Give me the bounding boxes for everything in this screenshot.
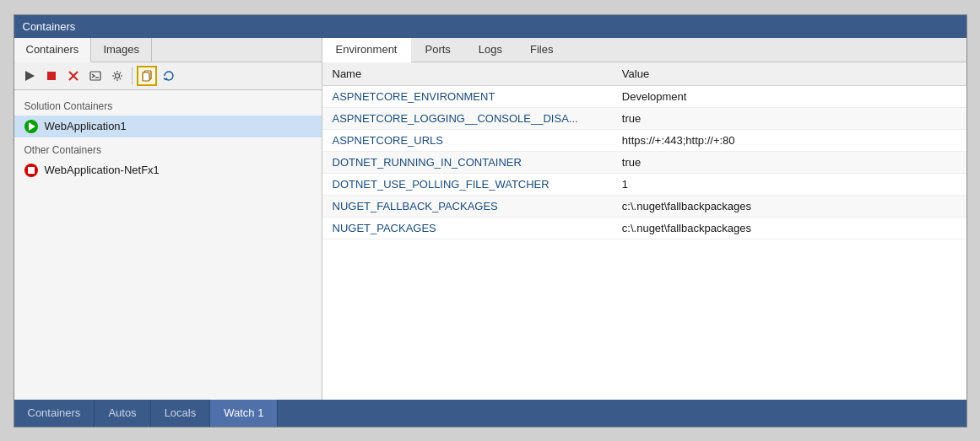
- env-var-value: 1: [612, 173, 966, 195]
- svg-marker-0: [25, 71, 35, 81]
- other-containers-header: Other Containers: [14, 137, 322, 159]
- env-var-name: DOTNET_USE_POLLING_FILE_WATCHER: [322, 173, 612, 195]
- solution-containers-header: Solution Containers: [14, 94, 322, 116]
- right-panel: Environment Ports Logs Files Name: [322, 38, 966, 400]
- container-name-netfx: WebApplication-NetFx1: [45, 164, 160, 176]
- main-window: Containers Containers Images: [14, 14, 967, 428]
- status-icon-stopped: [24, 164, 38, 177]
- table-row[interactable]: DOTNET_RUNNING_IN_CONTAINERtrue: [322, 151, 966, 173]
- container-name: WebApplication1: [45, 120, 127, 132]
- env-var-name: ASPNETCORE_URLS: [322, 129, 612, 151]
- table-row[interactable]: NUGET_FALLBACK_PACKAGESc:\.nuget\fallbac…: [322, 195, 966, 217]
- start-button[interactable]: [19, 66, 40, 86]
- toolbar-separator: [132, 67, 133, 84]
- column-header-name: Name: [322, 62, 612, 86]
- tab-files[interactable]: Files: [517, 38, 567, 62]
- right-tabs: Environment Ports Logs Files: [322, 38, 966, 62]
- env-var-name: NUGET_FALLBACK_PACKAGES: [322, 195, 612, 217]
- refresh-button[interactable]: [159, 66, 179, 86]
- env-var-name: DOTNET_RUNNING_IN_CONTAINER: [322, 151, 612, 173]
- env-var-value: Development: [612, 85, 966, 107]
- terminal-button[interactable]: [85, 66, 106, 86]
- env-var-name: ASPNETCORE_ENVIRONMENT: [322, 85, 612, 107]
- remove-button[interactable]: [63, 66, 84, 86]
- tab-ports[interactable]: Ports: [411, 38, 464, 62]
- env-var-name: ASPNETCORE_LOGGING__CONSOLE__DISA...: [322, 107, 612, 129]
- tab-images[interactable]: Images: [91, 38, 152, 62]
- table-header-row: Name Value: [322, 62, 966, 86]
- bottom-tab-autos[interactable]: Autos: [95, 400, 150, 427]
- container-item-webapplication-netfx1[interactable]: WebApplication-NetFx1: [14, 159, 322, 181]
- container-item-webapplication1[interactable]: WebApplication1: [14, 116, 322, 137]
- tab-logs[interactable]: Logs: [465, 38, 517, 62]
- table-row[interactable]: NUGET_PACKAGESc:\.nuget\fallbackpackages: [322, 217, 966, 239]
- bottom-tab-locals[interactable]: Locals: [151, 400, 211, 427]
- tab-environment[interactable]: Environment: [322, 38, 412, 62]
- env-var-value: true: [612, 107, 966, 129]
- column-header-value: Value: [612, 62, 966, 86]
- svg-rect-8: [143, 73, 149, 81]
- environment-table: Name Value ASPNETCORE_ENVIRONMENTDevelop…: [322, 62, 966, 400]
- stop-button[interactable]: [41, 66, 62, 86]
- left-tabs: Containers Images: [14, 38, 322, 62]
- title-bar: Containers: [14, 15, 966, 38]
- stopped-square-icon: [28, 167, 35, 174]
- table-row[interactable]: ASPNETCORE_URLShttps://+:443;http://+:80: [322, 129, 966, 151]
- status-icon-running: [24, 120, 38, 133]
- copy-button[interactable]: [137, 66, 157, 86]
- settings-button[interactable]: [107, 66, 127, 86]
- bottom-tab-containers[interactable]: Containers: [14, 400, 95, 427]
- env-var-value: c:\.nuget\fallbackpackages: [612, 217, 966, 239]
- running-triangle-icon: [29, 122, 35, 131]
- table-row[interactable]: DOTNET_USE_POLLING_FILE_WATCHER1: [322, 173, 966, 195]
- window-title: Containers: [23, 20, 76, 33]
- toolbar: [14, 62, 322, 90]
- bottom-tabs: Containers Autos Locals Watch 1: [14, 400, 966, 427]
- bottom-tab-watch1[interactable]: Watch 1: [210, 400, 278, 427]
- env-var-value: true: [612, 151, 966, 173]
- svg-rect-1: [47, 72, 56, 80]
- svg-point-6: [115, 73, 119, 78]
- main-content: Containers Images: [14, 38, 966, 400]
- table-row[interactable]: ASPNETCORE_LOGGING__CONSOLE__DISA...true: [322, 107, 966, 129]
- env-var-name: NUGET_PACKAGES: [322, 217, 612, 239]
- left-panel: Containers Images: [14, 38, 322, 400]
- env-var-value: c:\.nuget\fallbackpackages: [612, 195, 966, 217]
- table-row[interactable]: ASPNETCORE_ENVIRONMENTDevelopment: [322, 85, 966, 107]
- container-list: Solution Containers WebApplication1 Othe…: [14, 90, 322, 400]
- tab-containers[interactable]: Containers: [14, 38, 92, 62]
- env-var-value: https://+:443;http://+:80: [612, 129, 966, 151]
